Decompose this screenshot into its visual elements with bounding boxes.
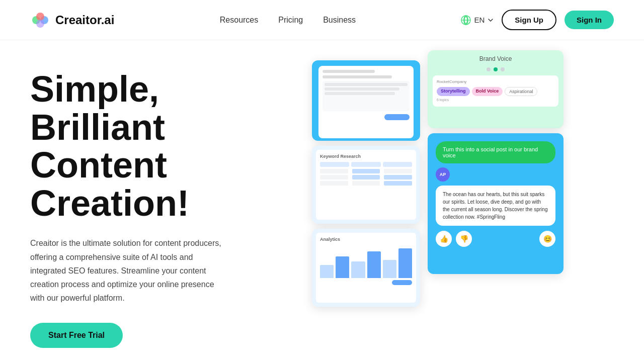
mock-window-1 <box>318 66 414 138</box>
chat-avatar: AP <box>436 167 450 182</box>
hero-title-line1: Simple, <box>30 69 159 109</box>
thumbs-down-icon[interactable]: 👎 <box>456 231 472 247</box>
nav-resources[interactable]: Resources <box>220 16 258 24</box>
brand-voice-title: Brand Voice <box>433 55 558 62</box>
hero-title-line3: Content <box>30 145 167 185</box>
chip-bold: Bold Voice <box>472 87 503 96</box>
screenshot-mid-left: Keyword Research <box>312 146 420 224</box>
toggle-bar <box>433 67 558 71</box>
svg-point-3 <box>36 20 44 28</box>
logo-text: Creaitor.ai <box>55 13 114 27</box>
globe-icon <box>461 15 471 25</box>
hero-description: Creaitor is the ultimate solution for co… <box>30 236 226 305</box>
screenshot-chat: Turn this into a social post in our bran… <box>428 133 564 274</box>
chat-prompt: Turn this into a social post in our bran… <box>436 141 555 163</box>
screenshot-bot-left: Analytics <box>312 229 420 307</box>
hero-title: Simple, Brilliant Content Creation! <box>30 70 292 222</box>
hero-section: Simple, Brilliant Content Creation! Crea… <box>0 40 644 362</box>
svg-point-2 <box>36 13 44 21</box>
hero-screenshots: Keyword Research <box>312 60 614 342</box>
navbar: Creaitor.ai Resources Pricing Business E… <box>0 0 644 40</box>
hero-left: Simple, Brilliant Content Creation! Crea… <box>30 60 292 362</box>
chevron-down-icon <box>488 17 494 23</box>
language-selector[interactable]: EN <box>461 15 494 25</box>
nav-links: Resources Pricing Business <box>220 16 356 25</box>
screenshot-brand-voice: Brand Voice RocketCompany Storytelling B… <box>428 50 564 128</box>
emoji-icon[interactable]: 😊 <box>539 231 555 247</box>
thumbs-up-icon[interactable]: 👍 <box>436 231 452 247</box>
start-free-trial-button[interactable]: Start Free Trial <box>30 323 123 348</box>
screenshot-top-left <box>312 60 420 141</box>
nav-right: EN Sign Up Sign In <box>461 10 614 30</box>
signup-button[interactable]: Sign Up <box>502 10 556 30</box>
hero-title-line2: Brilliant <box>30 107 165 147</box>
screenshot-col-left: Keyword Research <box>312 60 420 307</box>
screenshot-col-right: Brand Voice RocketCompany Storytelling B… <box>428 50 564 274</box>
lang-label: EN <box>474 16 485 24</box>
nav-business[interactable]: Business <box>323 16 356 24</box>
chip-storytelling: Storytelling <box>437 87 470 96</box>
chat-actions: 👍 👎 😊 <box>436 231 555 247</box>
chip-aspirational: Aspirational <box>505 87 537 96</box>
logo-area[interactable]: Creaitor.ai <box>30 10 114 30</box>
chat-bubble: The ocean has our hearts, but this suit … <box>436 186 555 226</box>
hero-title-line4: Creation! <box>30 183 189 223</box>
signin-button[interactable]: Sign In <box>565 11 614 29</box>
nav-pricing[interactable]: Pricing <box>278 16 303 24</box>
logo-icon <box>30 10 50 30</box>
